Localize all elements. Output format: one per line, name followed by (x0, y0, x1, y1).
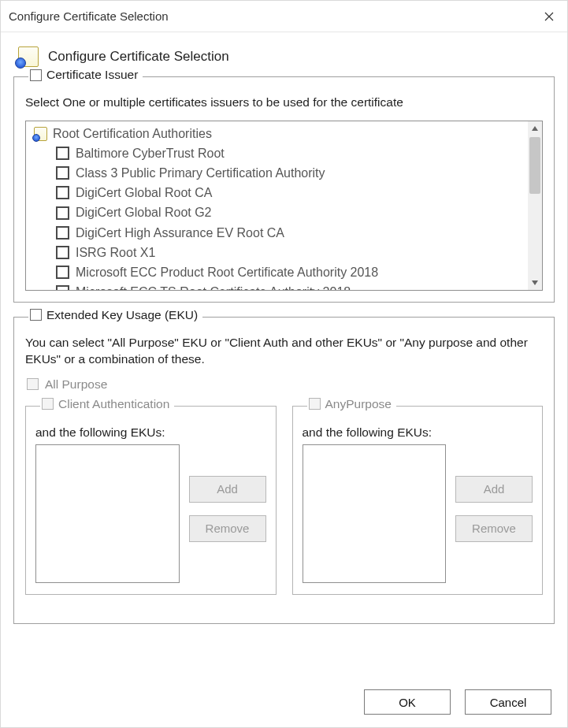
certificate-icon (31, 126, 48, 142)
add-label: Add (217, 482, 238, 496)
certificate-issuer-label: Certificate Issuer (46, 68, 138, 82)
checkbox-icon[interactable] (56, 147, 69, 160)
certificate-issuer-checkbox[interactable] (30, 69, 42, 81)
client-auth-label: Client Authentication (58, 397, 169, 411)
remove-label: Remove (206, 522, 250, 535)
chevron-up-icon[interactable] (528, 121, 542, 136)
titlebar: Configure Certificate Selection (1, 1, 567, 32)
any-purpose-group: AnyPurpose and the following EKUs: Add R… (292, 406, 544, 595)
issuer-item[interactable]: Microsoft ECC TS Root Certificate Author… (56, 282, 523, 290)
issuer-item-label: ISRG Root X1 (76, 243, 155, 262)
client-auth-group: Client Authentication and the following … (25, 406, 277, 595)
certificate-issuer-group: Certificate Issuer Select One or multipl… (13, 76, 555, 303)
certificate-issuer-desc: Select One or multiple certificates issu… (25, 95, 543, 111)
checkbox-icon[interactable] (56, 186, 69, 199)
issuer-item-label: DigiCert Global Root CA (76, 184, 212, 202)
eku-desc: You can select "All Purpose" EKU or "Cli… (25, 335, 543, 368)
client-auth-add-button[interactable]: Add (189, 476, 266, 503)
issuer-item[interactable]: DigiCert Global Root G2 (56, 202, 523, 222)
certificate-issuer-legend[interactable]: Certificate Issuer (28, 68, 143, 82)
any-purpose-add-button[interactable]: Add (455, 476, 533, 503)
all-purpose-row: All Purpose (27, 377, 543, 392)
issuer-item[interactable]: Class 3 Public Primary Certification Aut… (56, 163, 523, 183)
dialog-heading: Configure Certificate Selection (48, 49, 229, 65)
scrollbar[interactable] (528, 121, 542, 290)
cancel-label: Cancel (490, 696, 527, 709)
ok-label: OK (399, 696, 416, 709)
issuer-item[interactable]: DigiCert Global Root CA (56, 183, 523, 202)
checkbox-icon[interactable] (56, 266, 69, 279)
scrollbar-thumb[interactable] (529, 137, 540, 194)
client-auth-remove-button[interactable]: Remove (189, 515, 266, 542)
issuer-item-label: Class 3 Public Primary Certification Aut… (76, 164, 325, 182)
issuer-item[interactable]: Microsoft ECC Product Root Certificate A… (56, 262, 523, 282)
eku-group: Extended Key Usage (EKU) You can select … (13, 317, 555, 624)
eku-legend[interactable]: Extended Key Usage (EKU) (28, 308, 202, 322)
issuer-item-label: Microsoft ECC TS Root Certificate Author… (76, 283, 351, 290)
checkbox-icon[interactable] (56, 206, 69, 220)
checkbox-icon[interactable] (56, 246, 69, 259)
ok-button[interactable]: OK (364, 689, 451, 715)
any-purpose-remove-button[interactable]: Remove (455, 515, 533, 542)
any-purpose-list[interactable] (303, 444, 447, 583)
issuer-item-label: DigiCert Global Root G2 (76, 203, 212, 221)
dialog-footer: OK Cancel (364, 689, 551, 715)
issuer-item-label: Baltimore CyberTrust Root (76, 144, 225, 162)
add-label: Add (484, 482, 505, 496)
client-auth-list[interactable] (35, 444, 180, 583)
cancel-button[interactable]: Cancel (465, 689, 551, 715)
all-purpose-label: All Purpose (45, 377, 107, 392)
issuer-tree[interactable]: Root Certification Authorities Baltimore… (25, 121, 543, 291)
issuer-item[interactable]: DigiCert High Assurance EV Root CA (56, 223, 523, 243)
any-purpose-label: AnyPurpose (325, 397, 392, 411)
checkbox-icon[interactable] (56, 166, 69, 180)
issuer-item-label: Microsoft ECC Product Root Certificate A… (76, 263, 378, 281)
issuer-item[interactable]: Baltimore CyberTrust Root (56, 143, 523, 163)
checkbox-icon[interactable] (56, 285, 69, 290)
issuer-item[interactable]: ISRG Root X1 (56, 243, 523, 262)
checkbox-icon[interactable] (56, 226, 69, 240)
certificate-icon (13, 45, 40, 69)
remove-label: Remove (472, 522, 516, 535)
chevron-down-icon[interactable] (528, 276, 542, 290)
dialog-heading-row: Configure Certificate Selection (13, 45, 555, 69)
all-purpose-checkbox[interactable] (27, 378, 39, 390)
close-icon (544, 12, 554, 21)
any-purpose-following: and the following EKUs: (303, 425, 533, 440)
client-auth-legend[interactable]: Client Authentication (40, 397, 174, 411)
client-auth-checkbox[interactable] (42, 398, 54, 410)
window-title: Configure Certificate Selection (9, 9, 169, 23)
eku-label: Extended Key Usage (EKU) (46, 308, 198, 322)
any-purpose-legend[interactable]: AnyPurpose (307, 397, 396, 411)
issuer-tree-children: Baltimore CyberTrust Root Class 3 Public… (31, 143, 523, 290)
close-button[interactable] (531, 1, 567, 32)
any-purpose-checkbox[interactable] (309, 398, 321, 410)
issuer-item-label: DigiCert High Assurance EV Root CA (76, 224, 284, 242)
client-auth-following: and the following EKUs: (35, 425, 266, 440)
issuer-tree-root[interactable]: Root Certification Authorities (31, 124, 523, 143)
eku-checkbox[interactable] (30, 309, 42, 321)
issuer-root-label: Root Certification Authorities (53, 127, 212, 141)
